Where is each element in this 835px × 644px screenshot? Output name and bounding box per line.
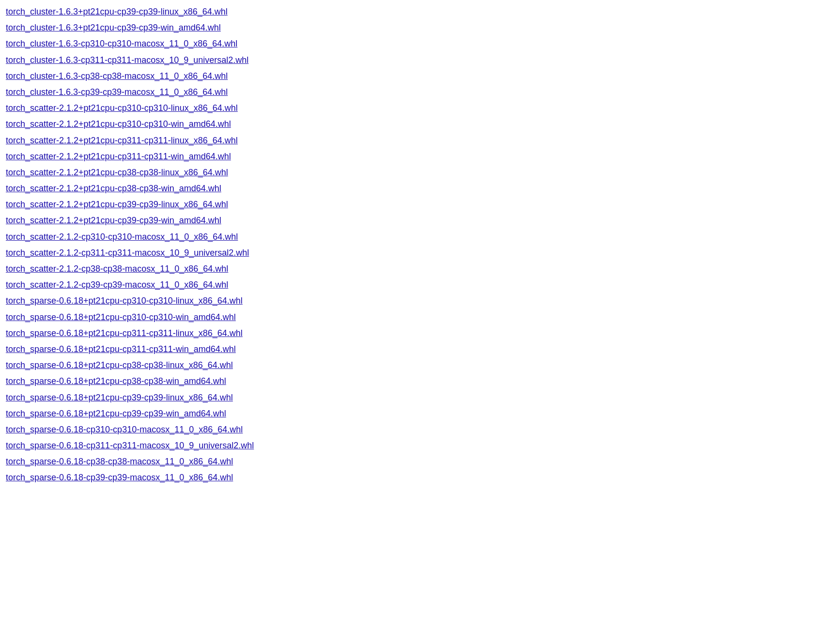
- link-23[interactable]: torch_sparse-0.6.18+pt21cpu-cp38-cp38-li…: [6, 357, 829, 373]
- link-30[interactable]: torch_sparse-0.6.18-cp39-cp39-macosx_11_…: [6, 470, 829, 486]
- link-7[interactable]: torch_scatter-2.1.2+pt21cpu-cp310-cp310-…: [6, 100, 829, 116]
- link-2[interactable]: torch_cluster-1.6.3+pt21cpu-cp39-cp39-wi…: [6, 20, 829, 36]
- link-15[interactable]: torch_scatter-2.1.2-cp310-cp310-macosx_1…: [6, 229, 829, 245]
- link-24[interactable]: torch_sparse-0.6.18+pt21cpu-cp38-cp38-wi…: [6, 373, 829, 389]
- link-21[interactable]: torch_sparse-0.6.18+pt21cpu-cp311-cp311-…: [6, 325, 829, 341]
- link-9[interactable]: torch_scatter-2.1.2+pt21cpu-cp311-cp311-…: [6, 133, 829, 149]
- file-link-list: torch_cluster-1.6.3+pt21cpu-cp39-cp39-li…: [6, 4, 829, 486]
- link-4[interactable]: torch_cluster-1.6.3-cp311-cp311-macosx_1…: [6, 52, 829, 68]
- link-11[interactable]: torch_scatter-2.1.2+pt21cpu-cp38-cp38-li…: [6, 165, 829, 181]
- link-8[interactable]: torch_scatter-2.1.2+pt21cpu-cp310-cp310-…: [6, 116, 829, 132]
- link-14[interactable]: torch_scatter-2.1.2+pt21cpu-cp39-cp39-wi…: [6, 213, 829, 229]
- link-5[interactable]: torch_cluster-1.6.3-cp38-cp38-macosx_11_…: [6, 68, 829, 84]
- link-29[interactable]: torch_sparse-0.6.18-cp38-cp38-macosx_11_…: [6, 454, 829, 470]
- link-13[interactable]: torch_scatter-2.1.2+pt21cpu-cp39-cp39-li…: [6, 197, 829, 213]
- link-1[interactable]: torch_cluster-1.6.3+pt21cpu-cp39-cp39-li…: [6, 4, 829, 20]
- link-16[interactable]: torch_scatter-2.1.2-cp311-cp311-macosx_1…: [6, 245, 829, 261]
- link-20[interactable]: torch_sparse-0.6.18+pt21cpu-cp310-cp310-…: [6, 309, 829, 325]
- link-10[interactable]: torch_scatter-2.1.2+pt21cpu-cp311-cp311-…: [6, 149, 829, 165]
- link-3[interactable]: torch_cluster-1.6.3-cp310-cp310-macosx_1…: [6, 36, 829, 52]
- link-27[interactable]: torch_sparse-0.6.18-cp310-cp310-macosx_1…: [6, 422, 829, 438]
- link-18[interactable]: torch_scatter-2.1.2-cp39-cp39-macosx_11_…: [6, 277, 829, 293]
- link-12[interactable]: torch_scatter-2.1.2+pt21cpu-cp38-cp38-wi…: [6, 181, 829, 197]
- link-26[interactable]: torch_sparse-0.6.18+pt21cpu-cp39-cp39-wi…: [6, 406, 829, 422]
- link-22[interactable]: torch_sparse-0.6.18+pt21cpu-cp311-cp311-…: [6, 341, 829, 357]
- link-17[interactable]: torch_scatter-2.1.2-cp38-cp38-macosx_11_…: [6, 261, 829, 277]
- link-6[interactable]: torch_cluster-1.6.3-cp39-cp39-macosx_11_…: [6, 84, 829, 100]
- link-25[interactable]: torch_sparse-0.6.18+pt21cpu-cp39-cp39-li…: [6, 390, 829, 406]
- link-28[interactable]: torch_sparse-0.6.18-cp311-cp311-macosx_1…: [6, 438, 829, 454]
- link-19[interactable]: torch_sparse-0.6.18+pt21cpu-cp310-cp310-…: [6, 293, 829, 309]
